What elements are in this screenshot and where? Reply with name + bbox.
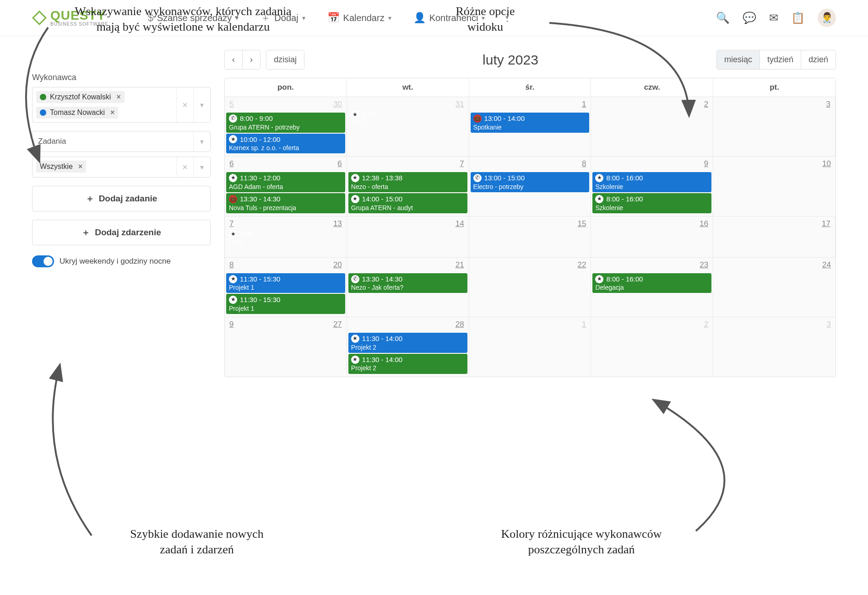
calendar-day[interactable]: 23★8:00 - 16:00Delegacja: [591, 258, 713, 317]
case-icon: 💼: [229, 195, 237, 203]
chevron-down-icon[interactable]: ▾: [193, 87, 210, 122]
calendar-event[interactable]: ★11:30 - 15:30Projekt 1: [226, 294, 345, 314]
chevron-down-icon: ▾: [302, 14, 305, 22]
remove-tag-icon[interactable]: ×: [116, 93, 120, 101]
calendar-day[interactable]: 3: [713, 317, 835, 376]
calendar-event[interactable]: ✆8:00 - 9:00Grupa ATERN - potrzeby: [226, 113, 345, 133]
calendar-day[interactable]: 10: [713, 157, 835, 216]
executor-select[interactable]: Krzysztof Kowalski×Tomasz Nowacki× × ▾: [32, 87, 211, 123]
remove-tag-icon[interactable]: ×: [78, 162, 82, 171]
executor-label: Wykonawca: [32, 73, 211, 82]
calendar-day[interactable]: 24: [713, 258, 835, 317]
calendar-event[interactable]: ★11:30 - 14:00Projekt 2: [348, 354, 467, 374]
calendar-event[interactable]: ★14:00 - 15:00Grupa ATERN - audyt: [348, 193, 467, 213]
view-month-button[interactable]: miesiąc: [717, 50, 760, 69]
clear-icon[interactable]: ×: [177, 162, 193, 173]
calendar-day[interactable]: 66★11:30 - 12:00AGD Adam - oferta💼13:30 …: [225, 157, 347, 216]
view-week-button[interactable]: tydzień: [760, 50, 801, 69]
executor-tag: Krzysztof Kowalski×: [36, 91, 125, 103]
calendar-day[interactable]: 8✆13:00 - 15:00Electro - potrzeby: [469, 157, 591, 216]
calendar-icon: 📅: [327, 12, 340, 24]
phone-icon: ✆: [229, 114, 237, 123]
chat-icon[interactable]: 💬: [743, 11, 756, 24]
calendar-event[interactable]: ★12:38 - 13:38Nezo - oferta: [348, 172, 467, 192]
calendar-event[interactable]: ★11:30 - 12:00AGD Adam - oferta: [226, 172, 345, 192]
calendar-day[interactable]: 21✆13:30 - 14:30Nezo - Jak oferta?: [347, 258, 469, 317]
tasks-filter-select[interactable]: Wszystkie × × ▾: [32, 157, 211, 178]
add-event-button[interactable]: ＋Dodaj zdarzenie: [32, 220, 211, 245]
chevron-down-icon: ▾: [235, 14, 239, 22]
add-task-button[interactable]: ＋Dodaj zadanie: [32, 186, 211, 211]
logo-brand: QUESTY: [50, 9, 108, 22]
nav-calendar[interactable]: 📅Kalendarz▾: [323, 9, 396, 27]
calendar-event-span[interactable]: ★0:00Urlop: [348, 109, 834, 127]
prev-button[interactable]: ‹: [225, 50, 242, 69]
avatar[interactable]: 👨‍⚕️: [818, 9, 836, 27]
calendar-week: 66★11:30 - 12:00AGD Adam - oferta💼13:30 …: [225, 156, 835, 216]
star-icon: ★: [595, 195, 603, 203]
clipboard-icon[interactable]: 📋: [791, 11, 805, 24]
star-icon: ★: [229, 135, 237, 143]
svg-marker-0: [33, 11, 46, 24]
day-header: pon.: [225, 78, 347, 97]
nav-sales[interactable]: $Szanse sprzedaży▾: [143, 9, 244, 27]
day-header: pt.: [713, 78, 835, 97]
remove-tag-icon[interactable]: ×: [110, 108, 114, 117]
color-dot: [40, 109, 46, 116]
calendar-week: 530✆8:00 - 9:00Grupa ATERN - potrzeby★10…: [225, 97, 835, 156]
calendar-event[interactable]: ✆13:00 - 15:00Electro - potrzeby: [471, 172, 590, 192]
calendar-day[interactable]: 927: [225, 317, 347, 376]
nav-add[interactable]: ＋Dodaj▾: [256, 8, 309, 27]
calendar-event[interactable]: ✆13:30 - 14:30Nezo - Jak oferta?: [348, 273, 467, 293]
hide-weekends-toggle[interactable]: [32, 255, 54, 267]
calendar-day[interactable]: 2: [591, 317, 713, 376]
star-icon: ★: [229, 230, 237, 238]
star-icon: ★: [351, 110, 359, 119]
chevron-down-icon[interactable]: ▾: [193, 157, 210, 177]
calendar-event[interactable]: 💼13:30 - 14:30Nova Tuls - prezentacja: [226, 193, 345, 213]
more-icon[interactable]: ⋮: [502, 12, 512, 24]
plus-icon: ＋: [86, 193, 94, 205]
calendar-event[interactable]: ★8:00 - 16:00Szkolenie: [592, 172, 711, 192]
calendar-day[interactable]: 7★12:38 - 13:38Nezo - oferta★14:00 - 15:…: [347, 157, 469, 216]
plus-icon: ＋: [260, 11, 271, 25]
view-day-button[interactable]: dzień: [801, 50, 835, 69]
calendar-event-span[interactable]: ★0:00Urlop: [226, 228, 834, 247]
phone-icon: ✆: [351, 275, 359, 283]
calendar-event[interactable]: ★11:30 - 14:00Projekt 2: [348, 333, 467, 353]
calendar-title: luty 2023: [304, 52, 716, 68]
today-button[interactable]: dzisiaj: [266, 50, 304, 69]
mail-icon[interactable]: ✉: [769, 11, 778, 24]
hide-weekends-row: Ukryj weekendy i godziny nocne: [32, 255, 211, 267]
dollar-icon: $: [148, 12, 153, 24]
sidebar: Wykonawca Krzysztof Kowalski×Tomasz Nowa…: [32, 50, 211, 377]
calendar-day[interactable]: 530✆8:00 - 9:00Grupa ATERN - potrzeby★10…: [225, 97, 347, 156]
calendar-day[interactable]: 22: [469, 258, 591, 317]
day-header: czw.: [591, 78, 713, 97]
calendar-week: 820★11:30 - 15:30Projekt 1★11:30 - 15:30…: [225, 257, 835, 317]
chevron-down-icon[interactable]: ▾: [193, 131, 210, 151]
nav-action-icons: 🔍 💬 ✉ 📋 👨‍⚕️: [716, 9, 836, 27]
search-icon[interactable]: 🔍: [716, 11, 730, 24]
tasks-type-select[interactable]: Zadania ▾: [32, 131, 211, 152]
calendar-day[interactable]: 28★11:30 - 14:00Projekt 2★11:30 - 14:00P…: [347, 317, 469, 376]
nav-contractors[interactable]: 👤Kontrahenci▾: [409, 9, 490, 27]
star-icon: ★: [229, 296, 237, 304]
calendar-day[interactable]: 1: [469, 317, 591, 376]
next-button[interactable]: ›: [242, 50, 260, 69]
calendar-day[interactable]: 820★11:30 - 15:30Projekt 1★11:30 - 15:30…: [225, 258, 347, 317]
star-icon: ★: [595, 275, 603, 283]
star-icon: ★: [595, 174, 603, 182]
top-navigation: QUESTY BUSINESS SOFTWARE $Szanse sprzeda…: [0, 0, 868, 36]
calendar-event[interactable]: ★11:30 - 15:30Projekt 1: [226, 273, 345, 293]
calendar-event[interactable]: ★8:00 - 16:00Szkolenie: [592, 193, 711, 213]
chevron-down-icon: ▾: [388, 14, 391, 22]
plus-icon: ＋: [81, 227, 90, 238]
calendar-event[interactable]: ★8:00 - 16:00Delegacja: [592, 273, 711, 293]
calendar-week: 92728★11:30 - 14:00Projekt 2★11:30 - 14:…: [225, 317, 835, 376]
logo[interactable]: QUESTY BUSINESS SOFTWARE: [32, 9, 108, 27]
star-icon: ★: [351, 174, 359, 182]
calendar-event[interactable]: ★10:00 - 12:00Kornex sp. z o.o. - oferta: [226, 134, 345, 154]
calendar-day[interactable]: 9★8:00 - 16:00Szkolenie★8:00 - 16:00Szko…: [591, 157, 713, 216]
clear-icon[interactable]: ×: [177, 100, 193, 110]
